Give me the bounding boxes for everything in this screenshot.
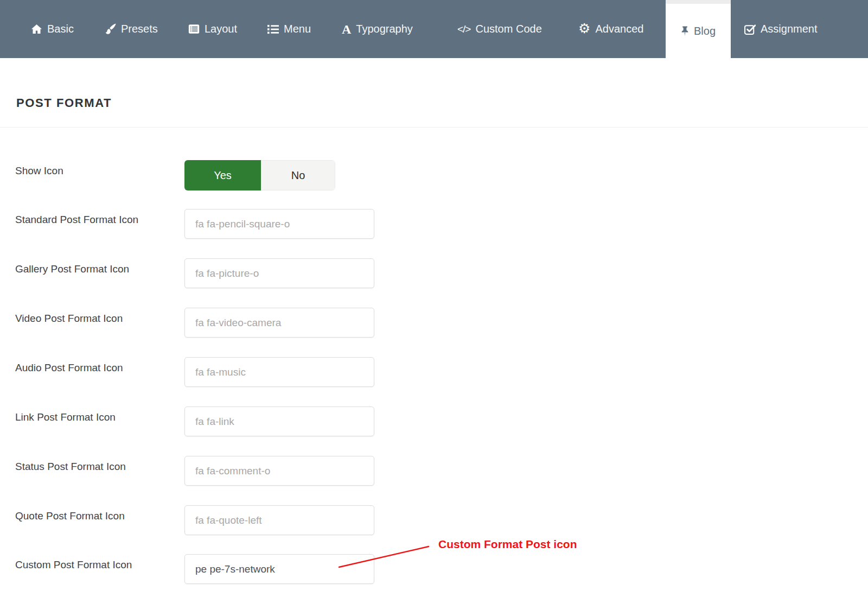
tab-blog-active[interactable]: Blog	[666, 0, 731, 58]
tab-presets[interactable]: Presets	[105, 0, 158, 58]
page-title: POST FORMAT	[16, 96, 112, 110]
tab-label: Menu	[284, 23, 311, 35]
field-label: Link Post Format Icon	[15, 411, 116, 423]
tab-menu[interactable]: Menu	[267, 0, 311, 58]
field-label: Gallery Post Format Icon	[15, 263, 129, 275]
tab-label: Assignment	[761, 23, 818, 35]
quote-icon-input[interactable]	[184, 505, 374, 535]
audio-icon-input[interactable]	[184, 357, 374, 387]
pushpin-icon	[681, 26, 689, 36]
tab-assignment[interactable]: Assignment	[744, 0, 818, 58]
gallery-icon-input[interactable]	[184, 258, 374, 288]
toggle-no-button[interactable]: No	[261, 160, 335, 190]
video-icon-input[interactable]	[184, 308, 374, 338]
field-label: Status Post Format Icon	[15, 461, 126, 473]
field-label: Standard Post Format Icon	[15, 214, 138, 226]
section-header: POST FORMAT	[0, 58, 868, 128]
show-icon-toggle: Yes No	[184, 160, 335, 190]
layout-icon	[188, 23, 200, 35]
field-label: Video Post Format Icon	[15, 313, 123, 325]
gear-icon: ⚙	[578, 22, 590, 35]
tab-typography[interactable]: A Typography	[342, 0, 413, 58]
standard-icon-input[interactable]	[184, 209, 374, 239]
tab-label: Basic	[47, 23, 74, 35]
tab-label: Blog	[694, 25, 716, 37]
annotation-text: Custom Format Post icon	[438, 538, 577, 551]
field-label: Audio Post Format Icon	[15, 362, 123, 374]
tab-basic[interactable]: Basic	[31, 0, 74, 58]
tab-label: Advanced	[595, 23, 643, 35]
home-icon	[31, 24, 42, 34]
field-label: Quote Post Format Icon	[15, 510, 125, 522]
menu-list-icon	[267, 24, 279, 34]
paintbrush-icon	[105, 23, 116, 35]
top-nav: Basic Presets Layout	[0, 0, 868, 58]
tab-label: Presets	[121, 23, 158, 35]
typography-icon: A	[342, 23, 351, 36]
field-label: Custom Post Format Icon	[15, 559, 132, 571]
code-icon: </>	[457, 24, 470, 34]
tab-layout[interactable]: Layout	[188, 0, 237, 58]
tab-label: Custom Code	[475, 23, 541, 35]
field-label: Show Icon	[15, 165, 63, 177]
tab-custom-code[interactable]: </> Custom Code	[457, 0, 542, 58]
tab-label: Typography	[356, 23, 413, 35]
toggle-yes-button[interactable]: Yes	[184, 160, 261, 190]
status-icon-input[interactable]	[184, 456, 374, 486]
annotation-arrow-line	[326, 540, 445, 578]
tab-label: Layout	[205, 23, 237, 35]
check-square-icon	[744, 24, 756, 35]
tab-advanced[interactable]: ⚙ Advanced	[578, 0, 643, 58]
link-icon-input[interactable]	[184, 406, 374, 436]
